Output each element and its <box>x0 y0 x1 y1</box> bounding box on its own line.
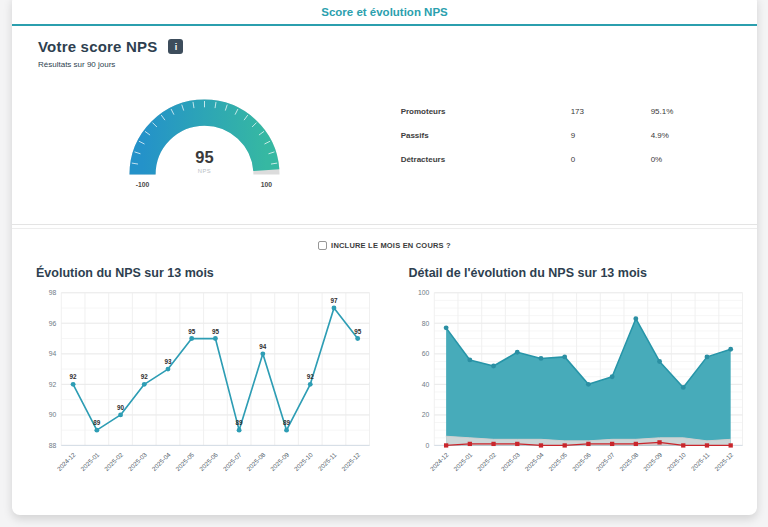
svg-text:100: 100 <box>261 181 273 188</box>
breakdown-label: Promoteurs <box>401 107 571 116</box>
breakdown-percent: 95.1% <box>651 107 731 116</box>
svg-text:89: 89 <box>236 419 244 426</box>
include-current-month-label: INCLURE LE MOIS EN COURS ? <box>331 241 451 250</box>
svg-text:2025-09: 2025-09 <box>269 451 291 473</box>
detail-chart-title: Détail de l'évolution du NPS sur 13 mois <box>409 266 754 280</box>
score-subtitle: Résultats sur 90 jours <box>38 60 731 69</box>
svg-text:92: 92 <box>307 373 315 380</box>
svg-text:-100: -100 <box>136 181 150 188</box>
svg-text:2025-11: 2025-11 <box>689 451 710 472</box>
svg-text:97: 97 <box>330 297 338 304</box>
nps-breakdown-table: Promoteurs17395.1%Passifs94.9%Détracteur… <box>371 99 731 193</box>
include-current-month-toggle[interactable]: INCLURE LE MOIS EN COURS ? <box>12 241 757 250</box>
breakdown-row: Promoteurs17395.1% <box>401 99 731 123</box>
evolution-chart-title: Évolution du NPS sur 13 mois <box>36 266 381 280</box>
svg-text:2025-10: 2025-10 <box>293 451 315 473</box>
svg-text:2025-04: 2025-04 <box>523 451 545 473</box>
svg-text:88: 88 <box>49 442 57 449</box>
panel-header: Score et évolution NPS <box>12 0 757 26</box>
svg-text:95: 95 <box>188 328 196 335</box>
svg-text:20: 20 <box>421 411 429 418</box>
svg-text:2025-04: 2025-04 <box>150 451 172 473</box>
panel-title: Score et évolution NPS <box>321 6 448 18</box>
svg-text:60: 60 <box>421 350 429 357</box>
svg-text:95: 95 <box>354 328 362 335</box>
breakdown-label: Passifs <box>401 131 571 140</box>
svg-text:2025-01: 2025-01 <box>452 451 474 473</box>
charts-section: INCLURE LE MOIS EN COURS ? Évolution du … <box>12 228 757 496</box>
svg-text:2025-07: 2025-07 <box>594 451 616 473</box>
svg-text:90: 90 <box>49 411 57 418</box>
svg-text:95: 95 <box>195 148 213 166</box>
svg-text:89: 89 <box>283 419 291 426</box>
nps-evolution-chart[interactable]: 8890929496982024-122025-012025-022025-03… <box>26 284 381 496</box>
svg-text:2025-12: 2025-12 <box>712 451 734 473</box>
breakdown-label: Détracteurs <box>401 155 571 164</box>
svg-text:80: 80 <box>421 320 429 327</box>
svg-text:0: 0 <box>425 442 429 449</box>
svg-text:96: 96 <box>49 320 57 327</box>
breakdown-count: 173 <box>571 107 651 116</box>
evolution-chart-box: Évolution du NPS sur 13 mois 88909294969… <box>12 266 385 496</box>
svg-text:2025-06: 2025-06 <box>570 451 592 473</box>
svg-text:92: 92 <box>141 373 149 380</box>
svg-text:2025-09: 2025-09 <box>641 451 663 473</box>
svg-text:2025-01: 2025-01 <box>79 451 101 473</box>
score-section: Votre score NPS i Résultats sur 90 jours… <box>12 26 757 225</box>
svg-text:2025-05: 2025-05 <box>546 451 568 473</box>
score-title: Votre score NPS <box>38 38 157 55</box>
svg-text:98: 98 <box>49 289 57 296</box>
svg-text:2025-08: 2025-08 <box>618 451 640 473</box>
svg-text:90: 90 <box>117 404 125 411</box>
info-icon[interactable]: i <box>168 39 183 54</box>
nps-detail-chart[interactable]: 0204060801002024-122025-012025-022025-03… <box>399 284 754 496</box>
breakdown-percent: 4.9% <box>651 131 731 140</box>
gauge-container: 95NPS-100100 <box>38 71 371 193</box>
breakdown-count: 0 <box>571 155 651 164</box>
svg-text:100: 100 <box>418 289 430 296</box>
svg-text:2025-06: 2025-06 <box>198 451 220 473</box>
nps-gauge: 95NPS-100100 <box>92 71 317 193</box>
svg-text:94: 94 <box>259 343 267 350</box>
breakdown-percent: 0% <box>651 155 731 164</box>
svg-text:95: 95 <box>212 328 220 335</box>
svg-text:NPS: NPS <box>197 168 211 174</box>
svg-text:2025-07: 2025-07 <box>221 451 243 473</box>
svg-text:2025-10: 2025-10 <box>665 451 687 473</box>
svg-text:94: 94 <box>49 350 57 357</box>
svg-text:2025-11: 2025-11 <box>317 451 338 472</box>
breakdown-row: Détracteurs00% <box>401 147 731 171</box>
svg-text:2025-12: 2025-12 <box>340 451 362 473</box>
svg-text:2025-05: 2025-05 <box>174 451 196 473</box>
svg-text:93: 93 <box>164 358 172 365</box>
detail-chart-box: Détail de l'évolution du NPS sur 13 mois… <box>385 266 758 496</box>
breakdown-count: 9 <box>571 131 651 140</box>
breakdown-row: Passifs94.9% <box>401 123 731 147</box>
include-current-month-checkbox[interactable] <box>318 241 327 250</box>
svg-text:92: 92 <box>70 373 78 380</box>
svg-text:2025-02: 2025-02 <box>103 451 125 473</box>
svg-text:2025-03: 2025-03 <box>499 451 521 473</box>
svg-text:2025-08: 2025-08 <box>245 451 267 473</box>
svg-text:2025-02: 2025-02 <box>475 451 497 473</box>
svg-text:89: 89 <box>93 419 101 426</box>
svg-text:40: 40 <box>421 381 429 388</box>
nps-dashboard-card: Score et évolution NPS Votre score NPS i… <box>12 0 757 515</box>
svg-text:92: 92 <box>49 381 57 388</box>
svg-text:2024-12: 2024-12 <box>428 451 450 473</box>
svg-text:2024-12: 2024-12 <box>55 451 77 473</box>
svg-text:2025-03: 2025-03 <box>127 451 149 473</box>
